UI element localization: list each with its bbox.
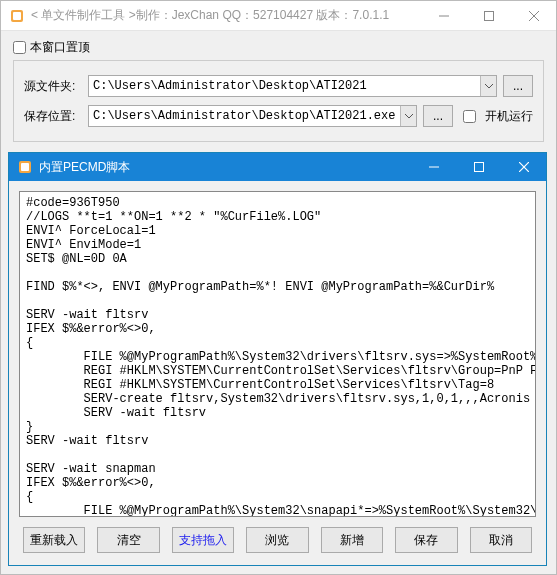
svg-rect-3 (484, 11, 493, 20)
script-titlebar: 内置PECMD脚本 (9, 153, 546, 181)
app-icon (9, 8, 25, 24)
save-input[interactable] (88, 105, 417, 127)
main-title: < 单文件制作工具 >制作：JexChan QQ：527104427 版本：7.… (31, 7, 421, 24)
topmost-checkbox[interactable] (13, 41, 26, 54)
svg-rect-9 (474, 163, 483, 172)
script-close-button[interactable] (501, 153, 546, 181)
save-dropdown-icon[interactable] (400, 106, 416, 126)
svg-rect-1 (13, 12, 21, 20)
autostart-label: 开机运行 (485, 108, 533, 125)
source-input[interactable] (88, 75, 497, 97)
script-icon (17, 159, 33, 175)
new-button[interactable]: 新增 (321, 527, 383, 553)
script-maximize-button[interactable] (456, 153, 501, 181)
save-browse-button[interactable]: ... (423, 105, 453, 127)
script-minimize-button[interactable] (411, 153, 456, 181)
script-window: 内置PECMD脚本 #code=936T950 //LOGS **t=1 **O… (8, 152, 547, 566)
clear-button[interactable]: 清空 (97, 527, 159, 553)
main-titlebar: < 单文件制作工具 >制作：JexChan QQ：527104427 版本：7.… (1, 1, 556, 31)
drag-support-button[interactable]: 支持拖入 (172, 527, 234, 553)
source-dropdown-icon[interactable] (480, 76, 496, 96)
topmost-label: 本窗口置顶 (30, 39, 90, 56)
maximize-button[interactable] (466, 1, 511, 30)
source-browse-button[interactable]: ... (503, 75, 533, 97)
save-label: 保存位置: (24, 108, 82, 125)
minimize-button[interactable] (421, 1, 466, 30)
svg-rect-7 (21, 163, 29, 171)
close-button[interactable] (511, 1, 556, 30)
browse-button[interactable]: 浏览 (246, 527, 308, 553)
save-button[interactable]: 保存 (395, 527, 457, 553)
reload-button[interactable]: 重新载入 (23, 527, 85, 553)
cancel-button[interactable]: 取消 (470, 527, 532, 553)
source-label: 源文件夹: (24, 78, 82, 95)
paths-group: 源文件夹: ... 保存位置: ... 开机运行 (13, 60, 544, 142)
script-title: 内置PECMD脚本 (39, 159, 411, 176)
autostart-checkbox[interactable] (463, 110, 476, 123)
script-textarea[interactable]: #code=936T950 //LOGS **t=1 **ON=1 **2 * … (19, 191, 536, 517)
